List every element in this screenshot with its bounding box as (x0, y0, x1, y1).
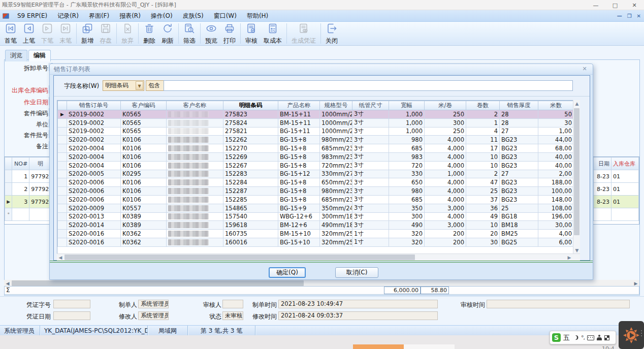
grid-horizontal-scrollbar[interactable]: ◀ ▶ (57, 253, 580, 261)
right-grid-row[interactable]: 8-2301 (594, 196, 639, 208)
sales-order-row[interactable]: S2020-0004K0106152270BG-15+8685mm/23um..… (58, 144, 574, 153)
toolbar-button-filter[interactable]: 筛选 (181, 22, 198, 46)
taskbar-item[interactable] (404, 344, 455, 349)
menu-item-3[interactable]: 报表(R) (114, 10, 146, 22)
sales-order-row[interactable]: S2020-0006K0106152284BG-15+8650mm/23um..… (58, 178, 574, 187)
tab-1[interactable]: 编辑 (28, 50, 51, 61)
menu-item-5[interactable]: 皮肤(S) (178, 10, 209, 22)
grid-col-10[interactable]: 卷数 (466, 101, 500, 110)
grid-col-1[interactable]: 销售订单号 (67, 101, 121, 110)
mdi-minimize-icon[interactable]: — (617, 13, 622, 19)
toolbar-button-nav-first[interactable]: 首笔 (2, 22, 19, 46)
grid-col-4[interactable]: 明细条码 (223, 101, 278, 110)
right-grid-col-warehouse[interactable]: 入库仓库 (611, 157, 638, 170)
sales-order-row[interactable]: S2020-0004K0106152269BG-15+8983mm/23um..… (58, 152, 574, 161)
scroll-left-icon[interactable]: ◀ (57, 254, 64, 261)
sales-order-row[interactable]: S2020-0006K0106152285BG-15+8685mm/23um..… (58, 195, 574, 204)
left-grid-row[interactable]: ▶397792 (5, 196, 52, 208)
ime-toolbar[interactable]: S 五 °, (550, 331, 616, 344)
grid-col-11[interactable]: 销售厚度 (500, 101, 538, 110)
left-grid-col-no[interactable]: NO# (12, 157, 29, 170)
toolbar-button-cost[interactable]: 取成本 (261, 22, 284, 46)
cancel-button[interactable]: 取消(C) (335, 267, 378, 278)
menu-item-4[interactable]: 操作(O) (146, 10, 178, 22)
sales-order-row[interactable]: S2020-0016K0362160735BM-15+10320mm/25um.… (58, 230, 574, 238)
toolbar-button-audit[interactable]: 审核 (243, 22, 260, 46)
sales-order-row[interactable]: S2019-0002K0565275821BG-15+111000mm/26u.… (58, 127, 574, 136)
sales-order-row[interactable]: S2020-0016K0362160016BG-15+10320mm/25um.… (58, 238, 574, 246)
punctuation-icon[interactable]: °, (581, 334, 585, 341)
menu-item-1[interactable]: 记录(R) (52, 10, 84, 22)
sales-order-row[interactable]: S2020-0014K0389159618BM-12+6490mm/18um..… (58, 221, 574, 230)
moon-icon[interactable] (572, 335, 577, 340)
maximize-icon[interactable]: □ (605, 0, 625, 10)
toolbar-button-print[interactable]: 打印 (221, 22, 238, 46)
toolbar-button-new[interactable]: 新增 (79, 22, 96, 46)
grid-col-3[interactable]: 客户名称 (167, 101, 223, 110)
toolbar-button-nav-next[interactable]: 下笔 (39, 22, 56, 46)
grid-col-12[interactable]: 米数 (538, 101, 574, 110)
sales-order-row[interactable]: S2020-0002K0106152262BG-15+8980mm/23um..… (58, 136, 574, 144)
minimize-icon[interactable]: — (586, 0, 605, 10)
dialog-panel: 字段名称(W) 明细条码▼ 包含▼ 销售订单号客户编码客户名称明细条码产品名称规… (53, 75, 590, 261)
tab-0[interactable]: 浏览 (5, 50, 27, 61)
mdi-restore-icon[interactable]: ❐ (627, 13, 632, 19)
menu-item-7[interactable]: 帮助(H) (242, 10, 273, 22)
person-icon[interactable] (597, 335, 602, 340)
toolbar-button-save[interactable]: 存盘 (97, 22, 114, 46)
grid-vertical-scrollbar[interactable]: ▲ ▼ (573, 100, 580, 254)
close-icon[interactable]: ✕ (625, 0, 644, 10)
grid-col-5[interactable]: 产品名称 (278, 101, 320, 110)
menu-item-6[interactable]: 窗口(W) (209, 10, 242, 22)
grid-col-9[interactable]: 米/卷 (425, 101, 466, 110)
form-label-1: 作业日期 (3, 98, 48, 107)
dialog-separator (50, 261, 593, 263)
footer-label-0-4: 审核时间 (461, 301, 485, 309)
toolbar-button-discard[interactable]: 放弃 (119, 22, 136, 46)
grid-col-8[interactable]: 宽幅 (389, 101, 425, 110)
toolbar-button-voucher[interactable]: 生成凭证 (289, 22, 318, 46)
right-grid-row[interactable]: 8-2301 (594, 183, 639, 196)
filter-field-select[interactable]: 明细条码▼ (103, 80, 144, 91)
grid-col-2[interactable]: 客户编码 (121, 101, 167, 110)
sales-order-row[interactable]: S2019-0002K0565275824BM-15+111000mm/26u.… (58, 118, 574, 127)
screen-recorder-icon[interactable] (619, 321, 644, 349)
scroll-right-icon[interactable]: ▶ (566, 254, 573, 261)
left-grid-col-detail[interactable]: 明 (29, 157, 52, 170)
filter-value-input[interactable] (164, 80, 573, 91)
dialog-close-icon[interactable]: ✕ (581, 66, 589, 73)
sales-order-row[interactable]: S2020-0004K0106152267BG-15+8720mm/23um..… (58, 161, 574, 170)
left-grid-row[interactable]: 197792 (5, 170, 52, 183)
toolbar-button-preview[interactable]: 预览 (203, 22, 220, 46)
right-grid-col-date[interactable]: 日期 (594, 157, 611, 170)
keyboard-icon[interactable] (587, 335, 594, 340)
ok-button[interactable]: 确定(Q) (269, 267, 306, 278)
chevron-down-icon[interactable]: ▼ (136, 81, 143, 90)
sales-order-row[interactable]: S2020-0005K0295152283BG-15+12330mm/27um.… (58, 170, 574, 178)
sales-order-row[interactable]: S2020-0009K0557154865BG-15+9350mm/24um..… (58, 204, 574, 212)
menu-item-2[interactable]: 界面(F) (84, 10, 114, 22)
ime-mode-label[interactable]: 五 (563, 333, 570, 342)
sales-order-row[interactable]: S2020-0006K0106152287BG-15+8980mm/23um..… (58, 187, 574, 196)
toolbar-button-delete[interactable]: 删除 (141, 22, 158, 46)
sogou-logo-icon[interactable]: S (552, 333, 561, 342)
toolbar-button-close[interactable]: 关闭 (323, 22, 340, 46)
grid-col-0[interactable] (58, 101, 67, 110)
toolbar-button-nav-last[interactable]: 末笔 (57, 22, 74, 46)
mdi-close-icon[interactable]: ✕ (637, 13, 641, 19)
grid-col-7[interactable]: 纸管尺寸 (352, 101, 389, 110)
left-grid-new-row[interactable]: * (5, 208, 52, 221)
scroll-down-icon[interactable]: ▼ (573, 247, 581, 254)
toolbox-grid-icon[interactable] (604, 335, 609, 340)
menu-item-0[interactable]: S9 ERP(E) (12, 10, 52, 22)
toolbar-button-nav-prev[interactable]: 上笔 (20, 22, 38, 46)
toolbar-button-label: 放弃 (121, 37, 134, 45)
grid-col-6[interactable]: 规格型号 (320, 101, 352, 110)
taskbar-item-active[interactable] (353, 344, 404, 349)
sales-order-row[interactable]: ▶S2019-0002K0565275823BM-15+111000mm/26u… (58, 110, 574, 119)
right-grid-row[interactable]: 8-2301 (594, 170, 639, 183)
sales-order-row[interactable]: S2020-0013K0389157540WBG-12+6300mm/18um.… (58, 212, 574, 221)
left-grid-row[interactable]: 297792 (5, 183, 52, 196)
scroll-up-icon[interactable]: ▲ (573, 100, 581, 107)
toolbar-button-refresh[interactable]: 刷新 (159, 22, 176, 46)
